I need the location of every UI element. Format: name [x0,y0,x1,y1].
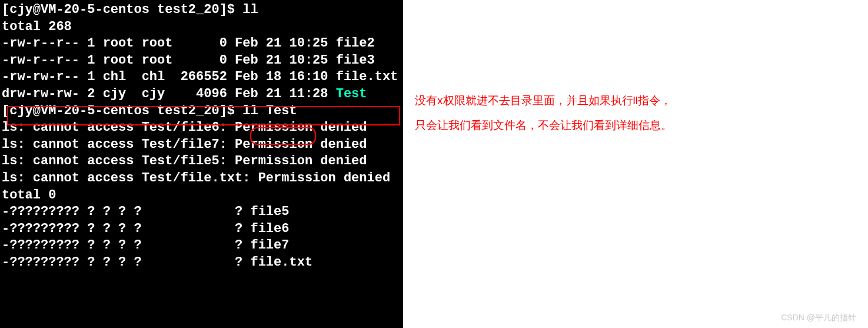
file-entry: -rw-r--r-- 1 root root 0 Feb 21 10:25 fi… [0,35,403,52]
terminal-line: [cjy@VM-20-5-centos test2_20]$ ll [0,2,403,19]
prompt: [cjy@VM-20-5-centos test2_20]$ [2,104,242,118]
error-line: ls: cannot access Test/file6: Permission… [0,120,403,137]
file-entry: -rw-r--r-- 1 root root 0 Feb 21 10:25 fi… [0,52,403,69]
terminal-total: total 0 [0,187,403,204]
error-list: ls: cannot access Test/file6: Permission… [0,120,403,187]
denied-file-entry: -????????? ? ? ? ? ? file5 [0,204,403,221]
file-entry: -rw-rw-r-- 1 chl chl 266552 Feb 18 16:10… [0,69,403,86]
prompt: [cjy@VM-20-5-centos test2_20]$ [2,2,242,17]
annotation-text: 没有x权限就进不去目录里面，并且如果执行ll指令， 只会让我们看到文件名，不会让… [403,0,672,328]
command-text: ll Test [242,104,297,118]
annotation-line: 没有x权限就进不去目录里面，并且如果执行ll指令， [415,88,672,113]
annotation-line: 只会让我们看到文件名，不会让我们看到详细信息。 [415,113,672,138]
denied-file-entry: -????????? ? ? ? ? ? file.txt [0,254,403,271]
watermark: CSDN @平凡的指针 [781,313,856,323]
terminal-window[interactable]: [cjy@VM-20-5-centos test2_20]$ ll total … [0,0,403,328]
file-entry: drw-rw-rw- 2 cjy cjy 4096 Feb 21 11:28 T… [0,86,403,103]
denied-file-entry: -????????? ? ? ? ? ? file7 [0,237,403,254]
terminal-total: total 268 [0,19,403,36]
terminal-line: [cjy@VM-20-5-centos test2_20]$ ll Test [0,103,403,120]
error-line: ls: cannot access Test/file7: Permission… [0,137,403,154]
denied-file-entry: -????????? ? ? ? ? ? file6 [0,221,403,238]
error-line: ls: cannot access Test/file.txt: Permiss… [0,170,403,187]
file-list: -rw-r--r-- 1 root root 0 Feb 21 10:25 fi… [0,35,403,102]
command-text: ll [242,2,258,17]
denied-file-list: -????????? ? ? ? ? ? file5-????????? ? ?… [0,204,403,271]
error-line: ls: cannot access Test/file5: Permission… [0,153,403,170]
dir-name: Test [336,87,367,101]
